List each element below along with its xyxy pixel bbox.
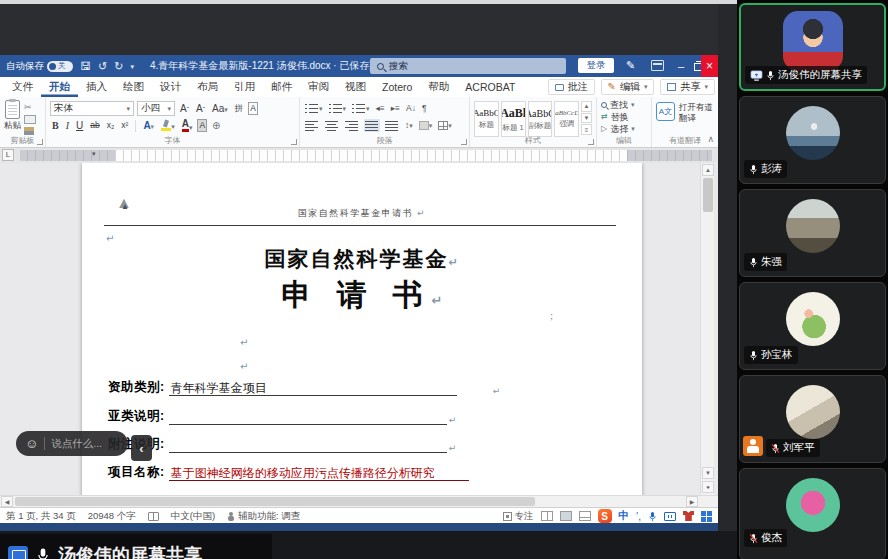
character-shading-button[interactable]: A <box>197 119 207 131</box>
document-page[interactable]: ▲ ▲ 国家自然科学基金申请书 ↵ ↵ 国家自然科学基金↵ 申 请 书↵ ; ↵… <box>82 163 642 495</box>
chat-collapse-button[interactable]: ‹ <box>131 435 152 461</box>
font-color-button[interactable]: A▾ <box>180 119 195 132</box>
cut-icon[interactable]: ✂ <box>24 102 36 112</box>
participant-tile[interactable]: 俊杰 <box>739 468 886 559</box>
word-titlebar[interactable]: 自动保存 关 🖫 ↺ ↻ ▾ 4.青年科学基金最新版-1221 汤俊伟.docx… <box>0 55 718 77</box>
numbered-list-button[interactable]: ▾ <box>328 102 348 115</box>
styles-scroll-down-icon[interactable]: ▼ <box>581 113 592 124</box>
horizontal-scrollbar[interactable]: ◀ ▶ <box>0 495 718 507</box>
replace-button[interactable]: ⇄替换 <box>601 111 647 123</box>
grow-font-button[interactable]: Aˆ <box>178 103 191 115</box>
font-name-combo[interactable]: 宋体▾ <box>50 101 134 116</box>
change-case-button[interactable]: Aa▾ <box>210 103 230 115</box>
field-row-category[interactable]: 资助类别: 青年科学基金项目 ↵ <box>108 379 500 396</box>
read-mode-icon[interactable] <box>541 511 553 521</box>
tab-view[interactable]: 视图 <box>337 77 374 97</box>
print-layout-icon[interactable] <box>560 511 572 521</box>
distribute-button[interactable] <box>384 119 400 132</box>
dialog-launcher-icon[interactable] <box>461 139 467 145</box>
horizontal-scroll-thumb[interactable] <box>15 497 535 506</box>
tab-mailings[interactable]: 邮件 <box>263 77 300 97</box>
justify-button[interactable] <box>364 119 380 132</box>
bullet-list-button[interactable]: ▾ <box>304 102 324 115</box>
participant-tile-sharing[interactable]: 汤俊伟的屏幕共享 <box>739 3 886 91</box>
ime-mode-toggle[interactable]: 中 <box>619 509 630 523</box>
web-layout-icon[interactable] <box>579 511 591 521</box>
bold-button[interactable]: B <box>50 120 61 132</box>
line-spacing-button[interactable]: ↕▾ <box>404 120 414 131</box>
styles-more-icon[interactable]: ≡ <box>581 124 592 135</box>
style-card-subtitle[interactable]: AaBbC副标题 <box>528 101 553 137</box>
field-row-note[interactable]: 附注说明: ↵ <box>108 436 456 453</box>
enclose-characters-button[interactable]: ⊕ <box>210 120 222 132</box>
focus-mode-button[interactable]: 专注 <box>503 510 534 523</box>
ime-skin-icon[interactable] <box>683 511 694 521</box>
style-card-emphasis[interactable]: AaBbCcDc强调 <box>554 101 579 137</box>
search-input[interactable]: 搜索 <box>370 58 566 74</box>
field-value[interactable] <box>169 409 447 425</box>
ime-keyboard-icon[interactable] <box>664 512 676 521</box>
text-effects-button[interactable]: A▾ <box>141 120 156 132</box>
ribbon-display-options-icon[interactable] <box>651 60 664 71</box>
youdao-open-button[interactable]: 打开有道翻译 <box>679 102 714 135</box>
align-left-button[interactable] <box>304 119 320 132</box>
shrink-font-button[interactable]: Aˇ <box>194 103 207 115</box>
strikethrough-button[interactable]: ab <box>88 120 101 130</box>
dialog-launcher-icon[interactable] <box>588 139 594 145</box>
proofing-status-icon[interactable] <box>148 512 159 521</box>
autosave-toggle[interactable]: 自动保存 关 <box>6 60 73 73</box>
pen-mode-icon[interactable]: ✎ <box>626 59 635 72</box>
character-border-button[interactable]: A <box>248 102 258 114</box>
tab-design[interactable]: 设计 <box>152 77 189 97</box>
participant-tile[interactable]: 彭涛 <box>739 96 886 184</box>
dialog-launcher-icon[interactable] <box>37 139 43 145</box>
scroll-up-icon[interactable]: ▲ <box>702 164 714 176</box>
page-indicator[interactable]: 第 1 页, 共 34 页 <box>6 510 76 523</box>
close-button[interactable]: × <box>701 55 718 77</box>
style-card-heading1[interactable]: AaBl标题 1 <box>501 101 526 137</box>
tab-review[interactable]: 审阅 <box>300 77 337 97</box>
tab-selector[interactable]: L <box>2 149 14 161</box>
tab-home[interactable]: 开始 <box>41 77 78 97</box>
styles-scroll-up-icon[interactable]: ▲ <box>581 101 592 112</box>
tab-file[interactable]: 文件 <box>4 77 41 97</box>
scroll-right-icon[interactable]: ▶ <box>686 496 698 507</box>
save-icon[interactable]: 🖫 <box>80 61 91 72</box>
browse-object-icon[interactable]: ● <box>702 481 714 493</box>
scroll-left-icon[interactable]: ◀ <box>1 496 13 507</box>
tab-zotero[interactable]: Zotero <box>374 77 420 97</box>
horizontal-ruler[interactable]: L ▾ <box>0 148 718 163</box>
show-marks-button[interactable]: ¶ <box>421 103 428 114</box>
ime-punctuation-icon[interactable]: ʼ, <box>636 511 641 522</box>
decrease-indent-button[interactable]: ◂≡ <box>375 103 386 114</box>
ime-toolbox-icon[interactable] <box>701 511 712 522</box>
field-value[interactable]: 青年科学基金项目 <box>169 380 457 396</box>
format-painter-icon[interactable] <box>24 127 34 135</box>
shading-button[interactable]: ▾ <box>418 120 434 131</box>
paste-button[interactable]: 粘贴 <box>4 100 21 135</box>
select-button[interactable]: ▷选择▾ <box>601 123 647 135</box>
tab-layout[interactable]: 布局 <box>189 77 226 97</box>
undo-icon[interactable]: ↺ <box>98 61 107 72</box>
phonetic-guide-button[interactable]: 拼 <box>233 103 246 113</box>
participant-tile[interactable]: 孙宝林 <box>739 282 886 370</box>
align-center-button[interactable] <box>324 119 340 132</box>
tab-references[interactable]: 引用 <box>226 77 263 97</box>
field-value[interactable] <box>169 437 447 453</box>
find-button[interactable]: 查找▾ <box>601 99 647 111</box>
ime-mic-icon[interactable] <box>648 511 657 522</box>
tab-insert[interactable]: 插入 <box>78 77 115 97</box>
emoji-icon[interactable]: ☺ <box>25 437 38 450</box>
participant-tile[interactable]: 朱强 <box>739 189 886 277</box>
tab-acrobat[interactable]: ACROBAT <box>457 77 523 97</box>
minimize-button[interactable]: – <box>673 55 689 77</box>
subscript-button[interactable]: x₂ <box>105 120 117 130</box>
collapse-ribbon-icon[interactable]: ∧ <box>707 134 714 144</box>
editing-mode-button[interactable]: ✎编辑▾ <box>601 79 655 95</box>
italic-button[interactable]: I <box>64 120 71 132</box>
field-row-subclass[interactable]: 亚类说明: ↵ <box>108 408 456 425</box>
superscript-button[interactable]: x² <box>119 120 130 130</box>
sort-button[interactable]: A↓ <box>405 103 417 114</box>
dialog-launcher-icon[interactable] <box>291 139 297 145</box>
language-indicator[interactable]: 中文(中国) <box>171 510 215 523</box>
